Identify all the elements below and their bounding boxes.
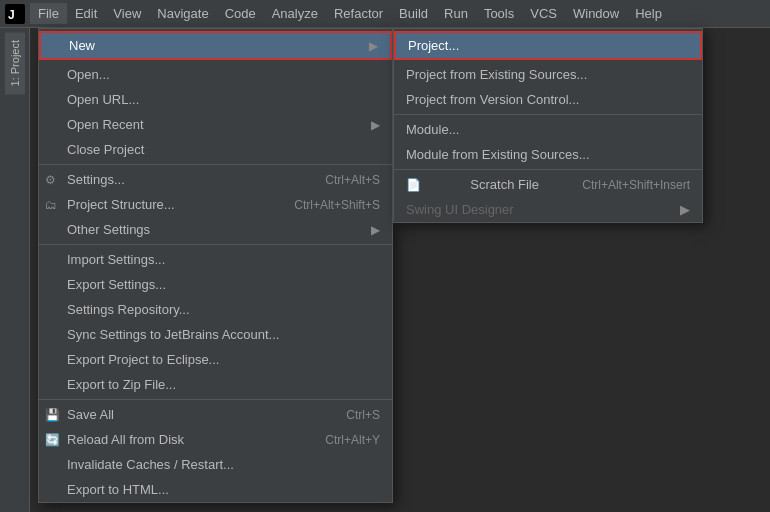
- sidebar: 1: Project: [0, 28, 30, 512]
- menu-tools[interactable]: Tools: [476, 3, 522, 24]
- menu-item-invalidate[interactable]: Invalidate Caches / Restart...: [39, 452, 392, 477]
- menu-build[interactable]: Build: [391, 3, 436, 24]
- scratch-file-label: Scratch File: [470, 177, 539, 192]
- menu-item-export-zip[interactable]: Export to Zip File...: [39, 372, 392, 397]
- menu-edit[interactable]: Edit: [67, 3, 105, 24]
- export-html-label: Export to HTML...: [67, 482, 169, 497]
- project-label: Project...: [408, 38, 459, 53]
- svg-text:J: J: [8, 8, 15, 22]
- menu-run[interactable]: Run: [436, 3, 476, 24]
- menu-view[interactable]: View: [105, 3, 149, 24]
- sidebar-project-tab[interactable]: 1: Project: [5, 32, 25, 94]
- new-submenu: Project... Project from Existing Sources…: [393, 28, 703, 223]
- submenu-separator-2: [394, 169, 702, 170]
- menu-item-export-eclipse[interactable]: Export Project to Eclipse...: [39, 347, 392, 372]
- open-url-label: Open URL...: [67, 92, 139, 107]
- menu-item-other-settings[interactable]: Other Settings ▶: [39, 217, 392, 242]
- menu-item-open-url[interactable]: Open URL...: [39, 87, 392, 112]
- menu-analyze[interactable]: Analyze: [264, 3, 326, 24]
- new-arrow-icon: ▶: [369, 39, 378, 53]
- settings-shortcut: Ctrl+Alt+S: [325, 173, 380, 187]
- invalidate-label: Invalidate Caches / Restart...: [67, 457, 234, 472]
- separator-1: [39, 164, 392, 165]
- menu-code[interactable]: Code: [217, 3, 264, 24]
- menu-item-export-settings[interactable]: Export Settings...: [39, 272, 392, 297]
- menu-window[interactable]: Window: [565, 3, 627, 24]
- file-dropdown: New ▶ Open... Open URL... Open Recent ▶ …: [38, 28, 393, 503]
- menu-vcs[interactable]: VCS: [522, 3, 565, 24]
- menubar: J File Edit View Navigate Code Analyze R…: [0, 0, 770, 28]
- export-zip-label: Export to Zip File...: [67, 377, 176, 392]
- menu-item-reload-disk[interactable]: 🔄 Reload All from Disk Ctrl+Alt+Y: [39, 427, 392, 452]
- scratch-file-icon: 📄: [406, 178, 421, 192]
- new-item-label: New: [69, 38, 95, 53]
- menu-item-export-html[interactable]: Export to HTML...: [39, 477, 392, 502]
- module-label: Module...: [406, 122, 459, 137]
- reload-icon: 🔄: [45, 433, 60, 447]
- other-settings-arrow-icon: ▶: [371, 223, 380, 237]
- menu-item-settings[interactable]: ⚙ Settings... Ctrl+Alt+S: [39, 167, 392, 192]
- submenu-item-swing-designer[interactable]: Swing UI Designer ▶: [394, 197, 702, 222]
- other-settings-label: Other Settings: [67, 222, 150, 237]
- close-project-label: Close Project: [67, 142, 144, 157]
- submenu-item-project-existing[interactable]: Project from Existing Sources...: [394, 62, 702, 87]
- settings-icon: ⚙: [45, 173, 56, 187]
- reload-disk-label: Reload All from Disk: [67, 432, 184, 447]
- submenu-item-project[interactable]: Project...: [396, 33, 700, 58]
- sync-settings-label: Sync Settings to JetBrains Account...: [67, 327, 279, 342]
- reload-shortcut: Ctrl+Alt+Y: [325, 433, 380, 447]
- menu-item-settings-repo[interactable]: Settings Repository...: [39, 297, 392, 322]
- menu-item-open-recent[interactable]: Open Recent ▶: [39, 112, 392, 137]
- project-vcs-label: Project from Version Control...: [406, 92, 579, 107]
- export-settings-label: Export Settings...: [67, 277, 166, 292]
- menu-item-project-structure[interactable]: 🗂 Project Structure... Ctrl+Alt+Shift+S: [39, 192, 392, 217]
- project-structure-icon: 🗂: [45, 198, 57, 212]
- menu-file[interactable]: File: [30, 3, 67, 24]
- menu-item-import-settings[interactable]: Import Settings...: [39, 247, 392, 272]
- import-settings-label: Import Settings...: [67, 252, 165, 267]
- submenu-separator-1: [394, 114, 702, 115]
- menu-item-save-all[interactable]: 💾 Save All Ctrl+S: [39, 402, 392, 427]
- project-existing-label: Project from Existing Sources...: [406, 67, 587, 82]
- submenu-item-project-vcs[interactable]: Project from Version Control...: [394, 87, 702, 112]
- settings-repo-label: Settings Repository...: [67, 302, 190, 317]
- menu-refactor[interactable]: Refactor: [326, 3, 391, 24]
- open-recent-arrow-icon: ▶: [371, 118, 380, 132]
- scratch-file-shortcut: Ctrl+Alt+Shift+Insert: [582, 178, 690, 192]
- open-label: Open...: [67, 67, 110, 82]
- settings-label: Settings...: [67, 172, 125, 187]
- open-recent-label: Open Recent: [67, 117, 144, 132]
- menu-item-open[interactable]: Open...: [39, 62, 392, 87]
- menu-item-sync-settings[interactable]: Sync Settings to JetBrains Account...: [39, 322, 392, 347]
- menu-help[interactable]: Help: [627, 3, 670, 24]
- module-existing-label: Module from Existing Sources...: [406, 147, 590, 162]
- separator-3: [39, 399, 392, 400]
- project-structure-shortcut: Ctrl+Alt+Shift+S: [294, 198, 380, 212]
- submenu-item-scratch-file[interactable]: 📄 Scratch File Ctrl+Alt+Shift+Insert: [394, 172, 702, 197]
- save-all-shortcut: Ctrl+S: [346, 408, 380, 422]
- menu-item-close-project[interactable]: Close Project: [39, 137, 392, 162]
- project-structure-label: Project Structure...: [67, 197, 175, 212]
- app-logo: J: [4, 3, 26, 25]
- menu-item-new[interactable]: New ▶: [41, 33, 390, 58]
- swing-designer-arrow-icon: ▶: [680, 202, 690, 217]
- export-eclipse-label: Export Project to Eclipse...: [67, 352, 219, 367]
- save-all-label: Save All: [67, 407, 114, 422]
- swing-designer-label: Swing UI Designer: [406, 202, 514, 217]
- submenu-item-module[interactable]: Module...: [394, 117, 702, 142]
- menu-navigate[interactable]: Navigate: [149, 3, 216, 24]
- save-all-icon: 💾: [45, 408, 60, 422]
- separator-2: [39, 244, 392, 245]
- submenu-item-module-existing[interactable]: Module from Existing Sources...: [394, 142, 702, 167]
